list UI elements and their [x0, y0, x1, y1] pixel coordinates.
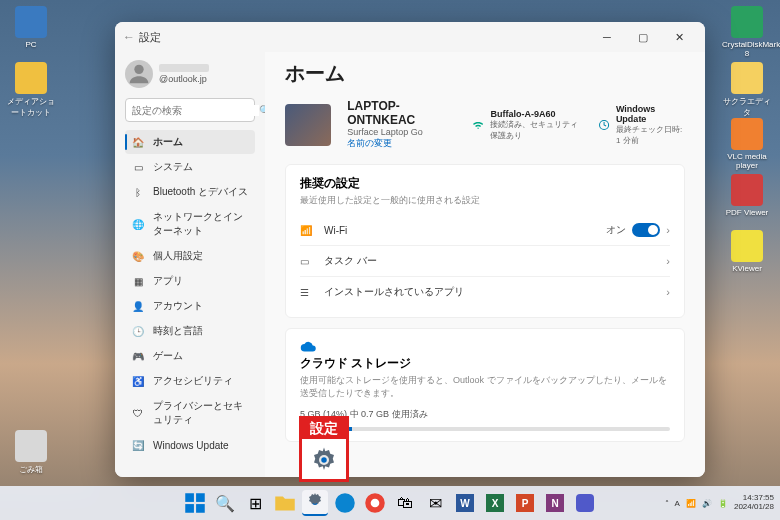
sidebar-item-label: Bluetooth とデバイス: [153, 185, 248, 199]
svg-point-10: [335, 493, 355, 513]
search-input[interactable]: [132, 105, 259, 116]
sidebar-item-account[interactable]: 👤アカウント: [125, 294, 255, 318]
sidebar-item-label: ゲーム: [153, 349, 183, 363]
taskbar-icon: ▭: [300, 256, 314, 267]
mail-icon[interactable]: ✉: [422, 490, 448, 516]
settings-window: ← 設定 ─ ▢ ✕ @outlook.jp: [115, 22, 705, 477]
powerpoint-icon[interactable]: P: [512, 490, 538, 516]
main-content: ホーム LAPTOP-ONTNKEAC Surface Laptop Go 名前…: [265, 52, 705, 477]
desktop-icon-pdf[interactable]: PDF Viewer: [722, 174, 772, 217]
desktop-icon-recycle-bin[interactable]: ごみ箱: [6, 430, 56, 475]
sidebar-item-bluetooth[interactable]: ᛒBluetooth とデバイス: [125, 180, 255, 204]
sidebar-item-accessibility[interactable]: ♿アクセシビリティ: [125, 369, 255, 393]
sidebar-item-time[interactable]: 🕒時刻と言語: [125, 319, 255, 343]
tray-wifi-icon[interactable]: 📶: [686, 499, 696, 508]
desktop-background: PC メディアショートカット ごみ箱 CrystalDiskMark 8 サクラ…: [0, 0, 780, 520]
search-input-wrapper[interactable]: 🔍: [125, 98, 255, 122]
chevron-right-icon: ›: [666, 255, 670, 267]
sidebar-item-privacy[interactable]: 🛡プライバシーとセキュリティ: [125, 394, 255, 432]
apps-icon: ▦: [131, 274, 145, 288]
teams-icon[interactable]: [572, 490, 598, 516]
setting-label: タスク バー: [324, 254, 666, 268]
desktop-icon-shortcut[interactable]: メディアショートカット: [6, 62, 56, 118]
sidebar-item-label: アプリ: [153, 274, 183, 288]
update-status[interactable]: Windows Update 最終チェック日時: 1 分前: [598, 104, 685, 146]
sidebar-item-label: プライバシーとセキュリティ: [153, 399, 249, 427]
account-text: @outlook.jp: [159, 64, 209, 84]
settings-taskbar-icon[interactable]: [302, 490, 328, 516]
setting-row-wifi[interactable]: 📶Wi-Fiオン›: [300, 215, 670, 245]
sidebar-item-label: アカウント: [153, 299, 203, 313]
toggle[interactable]: [632, 223, 660, 237]
onenote-icon[interactable]: N: [542, 490, 568, 516]
sidebar-item-update[interactable]: 🔄Windows Update: [125, 433, 255, 457]
desktop-icon-vlc[interactable]: VLC media player: [722, 118, 772, 170]
sidebar-item-system[interactable]: ▭システム: [125, 155, 255, 179]
system-tray[interactable]: ˄ A 📶 🔊 🔋 14:37:55 2024/01/28: [665, 486, 774, 520]
wifi-icon: [472, 117, 484, 133]
sidebar-item-home[interactable]: 🏠ホーム: [125, 130, 255, 154]
svg-point-0: [134, 65, 143, 74]
close-button[interactable]: ✕: [661, 23, 697, 51]
tray-ime-icon[interactable]: A: [675, 499, 680, 508]
taskbar-search-icon[interactable]: 🔍: [212, 490, 238, 516]
storage-heading: クラウド ストレージ: [300, 355, 670, 372]
sidebar-item-label: 個人用設定: [153, 249, 203, 263]
rename-link[interactable]: 名前の変更: [347, 137, 440, 150]
maximize-button[interactable]: ▢: [625, 23, 661, 51]
explorer-icon[interactable]: [272, 490, 298, 516]
tray-clock[interactable]: 14:37:55 2024/01/28: [734, 494, 774, 512]
account-block[interactable]: @outlook.jp: [125, 56, 255, 98]
taskbar: 🔍 ⊞ 🛍 ✉ W X P N ˄ A 📶 🔊 🔋 14:37:55 2024/…: [0, 486, 780, 520]
bluetooth-icon: ᛒ: [131, 185, 145, 199]
desktop-icon-crystaldisk[interactable]: CrystalDiskMark 8: [722, 6, 772, 58]
svg-point-12: [371, 499, 380, 508]
excel-icon[interactable]: X: [482, 490, 508, 516]
tray-chevron-icon[interactable]: ˄: [665, 499, 669, 508]
window-title: 設定: [139, 30, 161, 45]
titlebar[interactable]: ← 設定 ─ ▢ ✕: [115, 22, 705, 52]
desktop-icon-k[interactable]: KViewer: [722, 230, 772, 273]
privacy-icon: 🛡: [131, 406, 145, 420]
storage-sub: 使用可能なストレージを使用すると、Outlook でファイルをバックアップしたり…: [300, 374, 670, 400]
accessibility-icon: ♿: [131, 374, 145, 388]
sidebar-item-label: システム: [153, 160, 193, 174]
task-view-icon[interactable]: ⊞: [242, 490, 268, 516]
sidebar-item-gaming[interactable]: 🎮ゲーム: [125, 344, 255, 368]
svg-rect-7: [185, 504, 194, 513]
tray-battery-icon[interactable]: 🔋: [718, 499, 728, 508]
account-icon: 👤: [131, 299, 145, 313]
tray-volume-icon[interactable]: 🔊: [702, 499, 712, 508]
chrome-icon[interactable]: [362, 490, 388, 516]
home-icon: 🏠: [131, 135, 145, 149]
sidebar-item-network[interactable]: 🌐ネットワークとインターネット: [125, 205, 255, 243]
recommended-sub: 最近使用した設定と一般的に使用される設定: [300, 194, 670, 207]
sidebar-item-personalize[interactable]: 🎨個人用設定: [125, 244, 255, 268]
sidebar-item-apps[interactable]: ▦アプリ: [125, 269, 255, 293]
gaming-icon: 🎮: [131, 349, 145, 363]
wifi-status[interactable]: Buffalo-A-9A60 接続済み、セキュリティ保護あり: [472, 109, 582, 141]
chevron-right-icon: ›: [666, 286, 670, 298]
desktop-icon-sakura[interactable]: サクラエディタ: [722, 62, 772, 118]
word-icon[interactable]: W: [452, 490, 478, 516]
store-icon[interactable]: 🛍: [392, 490, 418, 516]
recommended-heading: 推奨の設定: [300, 175, 670, 192]
minimize-button[interactable]: ─: [589, 23, 625, 51]
start-button[interactable]: [182, 490, 208, 516]
cloud-icon: [300, 339, 318, 351]
settings-callout: 設定: [299, 416, 349, 482]
storage-usage-text: 5 GB (14%) 中 0.7 GB 使用済み: [300, 408, 670, 421]
page-title: ホーム: [285, 60, 685, 87]
edge-icon[interactable]: [332, 490, 358, 516]
chevron-right-icon: ›: [666, 224, 670, 236]
system-icon: ▭: [131, 160, 145, 174]
setting-label: インストールされているアプリ: [324, 285, 666, 299]
network-icon: 🌐: [131, 217, 145, 231]
arrow-left-icon[interactable]: ←: [123, 30, 135, 44]
callout-label: 設定: [302, 419, 346, 439]
personalize-icon: 🎨: [131, 249, 145, 263]
desktop-icon-pc[interactable]: PC: [6, 6, 56, 49]
setting-row-installed[interactable]: ☰インストールされているアプリ›: [300, 276, 670, 307]
setting-row-taskbar[interactable]: ▭タスク バー›: [300, 245, 670, 276]
installed-icon: ☰: [300, 287, 314, 298]
